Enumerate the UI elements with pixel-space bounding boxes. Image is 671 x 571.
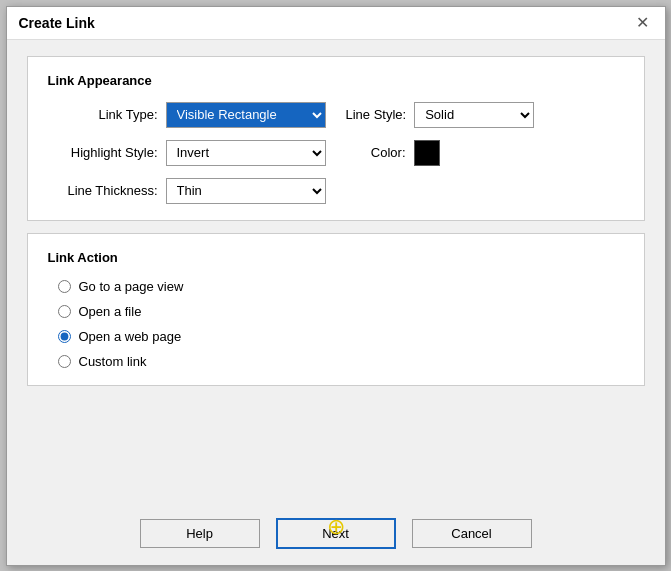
dialog-body: Link Appearance Link Type: Visible Recta…: [7, 40, 665, 506]
cancel-button[interactable]: Cancel: [412, 519, 532, 548]
cursor-icon: ⊕: [327, 514, 345, 540]
link-action-title: Link Action: [48, 250, 624, 265]
appearance-grid: Link Type: Visible Rectangle Invisible R…: [48, 102, 624, 204]
line-thickness-row: Line Thickness: Thin Medium Thick: [48, 178, 326, 204]
color-row: Color:: [346, 140, 624, 166]
radio-page-view-label: Go to a page view: [79, 279, 184, 294]
radio-web-page-input[interactable]: [58, 330, 71, 343]
empty-cell: [346, 178, 624, 204]
line-style-label: Line Style:: [346, 107, 407, 122]
radio-open-file-label: Open a file: [79, 304, 142, 319]
help-button[interactable]: Help: [140, 519, 260, 548]
link-type-row: Link Type: Visible Rectangle Invisible R…: [48, 102, 326, 128]
radio-custom-link-label: Custom link: [79, 354, 147, 369]
radio-web-page-label: Open a web page: [79, 329, 182, 344]
highlight-style-select[interactable]: Invert None Outline Push: [166, 140, 326, 166]
link-action-section: Link Action Go to a page view Open a fil…: [27, 233, 645, 386]
line-thickness-select[interactable]: Thin Medium Thick: [166, 178, 326, 204]
link-appearance-section: Link Appearance Link Type: Visible Recta…: [27, 56, 645, 221]
radio-group: Go to a page view Open a file Open a web…: [48, 279, 624, 369]
radio-page-view[interactable]: Go to a page view: [58, 279, 624, 294]
radio-web-page[interactable]: Open a web page: [58, 329, 624, 344]
radio-custom-link-input[interactable]: [58, 355, 71, 368]
line-style-row: Line Style: Solid Dashed Underline: [346, 102, 624, 128]
link-type-select[interactable]: Visible Rectangle Invisible Rectangle: [166, 102, 326, 128]
dialog-title: Create Link: [19, 15, 95, 31]
radio-open-file-input[interactable]: [58, 305, 71, 318]
radio-open-file[interactable]: Open a file: [58, 304, 624, 319]
title-bar: Create Link ✕: [7, 7, 665, 40]
link-type-label: Link Type:: [48, 107, 158, 122]
link-appearance-title: Link Appearance: [48, 73, 624, 88]
line-thickness-label: Line Thickness:: [48, 183, 158, 198]
create-link-dialog: Create Link ✕ Link Appearance Link Type:…: [6, 6, 666, 566]
color-label: Color:: [346, 145, 406, 160]
footer: Help ⊕ Next Cancel: [7, 506, 665, 565]
radio-custom-link[interactable]: Custom link: [58, 354, 624, 369]
radio-page-view-input[interactable]: [58, 280, 71, 293]
line-style-select[interactable]: Solid Dashed Underline: [414, 102, 534, 128]
color-swatch[interactable]: [414, 140, 440, 166]
highlight-style-row: Highlight Style: Invert None Outline Pus…: [48, 140, 326, 166]
highlight-style-label: Highlight Style:: [48, 145, 158, 160]
close-button[interactable]: ✕: [632, 15, 653, 31]
